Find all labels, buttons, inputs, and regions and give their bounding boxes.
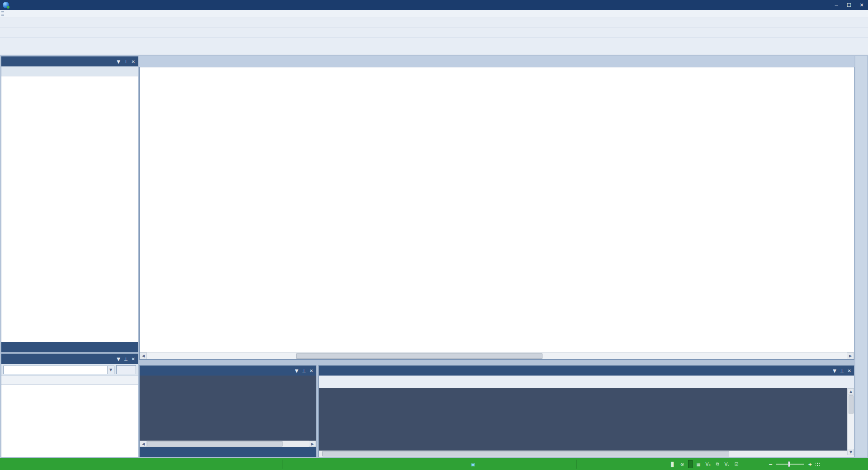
- side-dock-tabs: [855, 56, 867, 457]
- panel-menu-icon[interactable]: ▼: [295, 368, 298, 373]
- monitor-tabs: [140, 447, 316, 457]
- clear-messages-icon[interactable]: [345, 377, 355, 386]
- next-message-icon[interactable]: [333, 377, 343, 386]
- variable-monitor-toggle[interactable]: [688, 460, 693, 468]
- scroll-up-icon[interactable]: ▲: [848, 388, 854, 395]
- edit-button[interactable]: [116, 365, 136, 374]
- vv-icon[interactable]: Vᵥ: [723, 461, 731, 467]
- document-tab-bar: [139, 56, 854, 67]
- scroll-thumb[interactable]: [147, 441, 283, 446]
- project-panel-tabs: [1, 342, 138, 352]
- check-doc-icon[interactable]: ☑: [733, 461, 740, 467]
- pin-icon[interactable]: ⊥: [124, 357, 128, 362]
- document-hscrollbar[interactable]: ◀ ▶: [140, 352, 854, 359]
- monitor-table-area: [140, 376, 316, 441]
- monitor-hscrollbar[interactable]: ◀ ▶: [140, 441, 316, 447]
- zoom-slider-handle[interactable]: [788, 461, 790, 467]
- close-icon[interactable]: ✕: [132, 59, 135, 64]
- scroll-left-icon[interactable]: ◀: [140, 441, 147, 447]
- pin-icon[interactable]: ⊥: [302, 368, 306, 373]
- function-list[interactable]: [1, 385, 138, 457]
- toolbar-standard: [0, 18, 868, 28]
- function-block-panel: ▼ ⊥ ✕ ▼: [1, 353, 138, 457]
- program-check-panel: ▼ ⊥ ✕ ▲ ▼: [318, 365, 854, 457]
- scroll-thumb[interactable]: [296, 353, 542, 359]
- toolbar-online: [0, 28, 868, 38]
- scroll-left-icon[interactable]: ◀: [140, 352, 147, 359]
- minimize-button[interactable]: ─: [830, 0, 843, 10]
- menu-grip: [1, 11, 4, 17]
- app-logo-icon: [3, 2, 9, 8]
- chevron-down-icon: ▼: [107, 366, 114, 374]
- project-tree: [1, 76, 138, 342]
- zoom-in-button[interactable]: +: [808, 461, 812, 467]
- zoom-slider[interactable]: [776, 464, 804, 465]
- project-panel-toolbar: [1, 66, 138, 76]
- check-panel-toolbar: [319, 376, 854, 388]
- zoom-out-button[interactable]: −: [769, 461, 773, 467]
- resize-grip[interactable]: [816, 462, 820, 466]
- pin-icon[interactable]: ⊥: [840, 368, 844, 373]
- scroll-thumb[interactable]: [849, 395, 854, 414]
- close-button[interactable]: ✕: [855, 0, 868, 10]
- close-icon[interactable]: ✕: [132, 357, 135, 362]
- monitor-panel-header: ▼ ⊥ ✕: [140, 366, 316, 376]
- pin-icon[interactable]: ⊥: [124, 59, 128, 64]
- chip-icon[interactable]: ▦: [695, 461, 702, 467]
- check-message-list[interactable]: [319, 388, 854, 451]
- status-bar: ▣ ▊ ⊗ ▦ V₀ ⧉ Vᵥ ☑ − +: [0, 458, 868, 470]
- close-icon[interactable]: ✕: [310, 368, 313, 373]
- disconnect-icon[interactable]: ⊗: [679, 461, 686, 467]
- title-bar: ─ ☐ ✕: [0, 0, 868, 10]
- close-icon[interactable]: ✕: [848, 368, 851, 373]
- v0-icon[interactable]: V₀: [704, 461, 712, 467]
- check-hscrollbar[interactable]: [319, 451, 854, 457]
- panel-menu-icon[interactable]: ▼: [117, 357, 120, 362]
- check-vscrollbar[interactable]: ▲ ▼: [847, 388, 854, 455]
- eip-settings-document: ◀ ▶: [139, 67, 854, 360]
- prev-message-icon[interactable]: [321, 377, 331, 386]
- scroll-right-icon[interactable]: ▶: [309, 441, 316, 447]
- panel-menu-icon[interactable]: ▼: [117, 59, 120, 64]
- function-panel-header: ▼ ⊥ ✕: [1, 354, 138, 364]
- project-panel: ▼ ⊥ ✕: [1, 56, 138, 352]
- copy-v-icon[interactable]: ⧉: [714, 461, 721, 467]
- scroll-right-icon[interactable]: ▶: [847, 352, 854, 359]
- xg5000-window: ─ ☐ ✕ ▼ ⊥ ✕ ▼ ⊥ ✕: [0, 0, 868, 470]
- panel-menu-icon[interactable]: ▼: [833, 368, 836, 373]
- scroll-down-icon[interactable]: ▼: [848, 449, 854, 455]
- monitor-panel: ▼ ⊥ ✕ ◀ ▶: [139, 365, 316, 457]
- ladder-shortcut-bar: [0, 38, 868, 55]
- network-status-icon: ▣: [469, 458, 476, 470]
- project-panel-header: ▼ ⊥ ✕: [1, 56, 138, 66]
- scroll-thumb[interactable]: [322, 451, 729, 456]
- function-list-header: [1, 376, 138, 385]
- check-panel-header: ▼ ⊥ ✕: [319, 366, 854, 376]
- menu-bar: [0, 10, 868, 18]
- maximize-button[interactable]: ☐: [843, 0, 855, 10]
- lock-icon[interactable]: ▊: [669, 461, 676, 467]
- function-filter-dropdown[interactable]: ▼: [3, 366, 114, 374]
